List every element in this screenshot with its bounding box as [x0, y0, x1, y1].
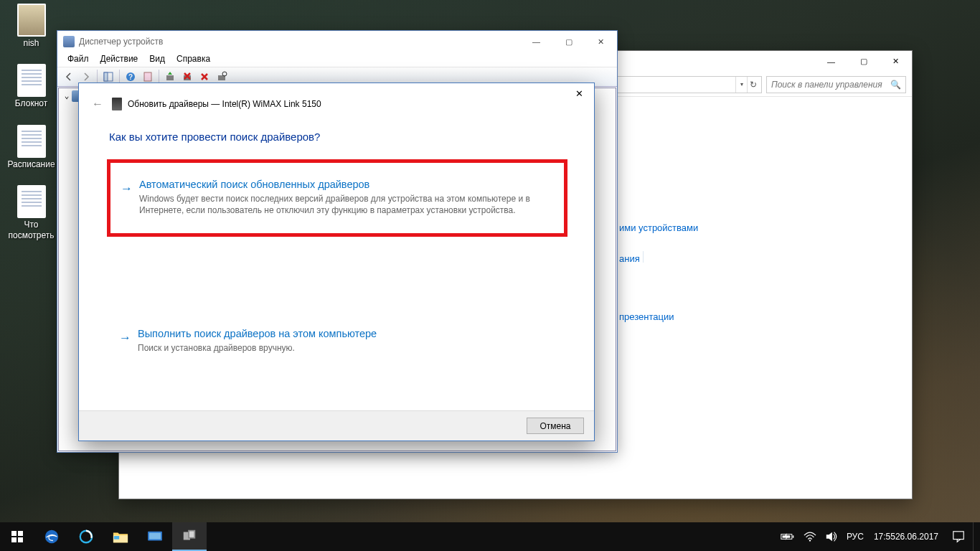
- dm-title: Диспетчер устройств: [79, 37, 163, 47]
- cp-link-presentation[interactable]: презентации: [619, 311, 674, 322]
- image-file-icon: [17, 4, 46, 37]
- device-manager-icon: [182, 528, 197, 544]
- desktop-icon-notepad[interactable]: Блокнот: [4, 64, 58, 108]
- folder-icon: [113, 529, 128, 544]
- device-icon: [112, 98, 122, 110]
- back-arrow-icon[interactable]: ←: [90, 98, 105, 110]
- taskbar: РУС 17:55 26.06.2017: [0, 522, 980, 551]
- desktop-icon-label: Что посмотреть: [4, 220, 58, 240]
- svg-rect-18: [149, 533, 161, 540]
- cp-link-power[interactable]: ания: [619, 253, 640, 264]
- tray-action-center[interactable]: [944, 522, 973, 551]
- option-description: Windows будет вести поиск последних верс…: [139, 193, 552, 216]
- cp-link-devices[interactable]: ими устройствами: [619, 222, 698, 233]
- svg-rect-26: [953, 532, 963, 540]
- svg-point-25: [809, 540, 811, 541]
- desktop-icon-label: nish: [4, 38, 58, 48]
- edge-icon: [44, 529, 60, 545]
- update-driver-wizard: ✕ ← Обновить драйверы — Intel(R) WiMAX L…: [78, 83, 595, 441]
- cancel-label: Отмена: [540, 421, 570, 431]
- close-button[interactable]: ✕: [880, 51, 912, 72]
- text-file-icon: [17, 185, 46, 218]
- wizard-header: ← Обновить драйверы — Intel(R) WiMAX Lin…: [79, 83, 594, 118]
- taskbar-explorer[interactable]: [103, 522, 138, 551]
- toolbar-separator: [97, 70, 98, 84]
- svg-rect-4: [144, 72, 151, 81]
- wizard-body: Как вы хотите провести поиск драйверов? …: [79, 118, 594, 375]
- address-dropdown-icon[interactable]: ▾: [735, 77, 747, 93]
- dm-menu-bar: Файл Действие Вид Справка: [57, 52, 617, 67]
- menu-help[interactable]: Справка: [171, 52, 216, 67]
- maximize-button[interactable]: ▢: [847, 51, 880, 72]
- language-label: РУС: [847, 532, 864, 542]
- system-tray: РУС 17:55 26.06.2017: [776, 522, 980, 551]
- option-browse-computer[interactable]: → Выполнить поиск драйверов на этом комп…: [109, 318, 565, 364]
- tray-clock[interactable]: 17:55 26.06.2017: [868, 522, 944, 551]
- taskbar-app-1[interactable]: [69, 522, 103, 551]
- wizard-question: Как вы хотите провести поиск драйверов?: [109, 131, 565, 143]
- windows-logo-icon: [11, 531, 23, 542]
- collapse-icon[interactable]: ⌄: [62, 91, 72, 100]
- svg-rect-10: [18, 531, 23, 536]
- tray-language[interactable]: РУС: [842, 522, 868, 551]
- maximize-button[interactable]: ▢: [552, 32, 585, 52]
- cp-search-input[interactable]: Поиск в панели управления 🔍: [766, 76, 906, 93]
- device-manager-icon: [63, 36, 75, 47]
- minimize-button[interactable]: —: [815, 51, 847, 72]
- desktop-icon-watchlist[interactable]: Что посмотреть: [4, 185, 58, 240]
- menu-view[interactable]: Вид: [143, 52, 171, 67]
- close-button[interactable]: ✕: [585, 32, 617, 52]
- svg-rect-5: [166, 75, 174, 80]
- toolbar-separator: [119, 70, 120, 84]
- dm-titlebar[interactable]: Диспетчер устройств — ▢ ✕: [57, 31, 617, 52]
- wizard-title: Обновить драйверы — Intel(R) WiMAX Link …: [128, 99, 321, 109]
- app-icon: [78, 529, 94, 545]
- taskbar-control-panel[interactable]: [138, 522, 172, 551]
- clock-date: 26.06.2017: [895, 532, 938, 542]
- text-file-icon: [17, 125, 46, 158]
- desktop-icons: nish Блокнот Расписание Что посмотреть: [4, 4, 58, 256]
- tray-battery-icon[interactable]: [776, 522, 799, 551]
- desktop-icon-label: Расписание: [4, 159, 58, 169]
- option-title: Автоматический поиск обновленных драйвер…: [139, 179, 552, 190]
- search-icon: 🔍: [890, 80, 901, 90]
- back-button[interactable]: [61, 69, 77, 85]
- control-panel-icon: [147, 530, 163, 543]
- search-placeholder: Поиск в панели управления: [771, 80, 882, 90]
- desktop-icon-label: Блокнот: [4, 98, 58, 108]
- cancel-button[interactable]: Отмена: [527, 418, 584, 434]
- option-auto-search[interactable]: → Автоматический поиск обновленных драйв…: [110, 163, 564, 233]
- svg-rect-1: [104, 72, 108, 81]
- start-button[interactable]: [0, 522, 34, 551]
- show-desktop-button[interactable]: [973, 522, 977, 551]
- desktop-icon-schedule[interactable]: Расписание: [4, 125, 58, 169]
- taskbar-edge[interactable]: [34, 522, 69, 551]
- minimize-button[interactable]: —: [520, 32, 552, 52]
- tray-volume-icon[interactable]: [821, 522, 842, 551]
- svg-rect-23: [793, 535, 794, 537]
- svg-rect-21: [189, 532, 194, 537]
- desktop-icon-nish[interactable]: nish: [4, 4, 58, 48]
- option-description: Поиск и установка драйверов вручную.: [138, 342, 554, 354]
- option-title: Выполнить поиск драйверов на этом компью…: [138, 328, 554, 339]
- menu-file[interactable]: Файл: [62, 52, 95, 67]
- svg-rect-11: [11, 537, 17, 542]
- wizard-footer: Отмена: [79, 410, 594, 441]
- refresh-icon[interactable]: ↻: [747, 77, 758, 93]
- arrow-right-icon: →: [121, 182, 133, 196]
- menu-action[interactable]: Действие: [95, 52, 144, 67]
- svg-rect-16: [114, 536, 119, 540]
- text-file-icon: [17, 64, 46, 97]
- separator: [643, 251, 644, 263]
- toolbar-separator: [159, 70, 159, 84]
- clock-time: 17:55: [874, 532, 895, 542]
- svg-rect-12: [18, 537, 23, 542]
- arrow-right-icon: →: [119, 331, 131, 345]
- svg-text:?: ?: [128, 73, 133, 81]
- taskbar-device-manager[interactable]: [172, 522, 207, 551]
- tray-wifi-icon[interactable]: [799, 522, 821, 551]
- svg-rect-9: [11, 531, 17, 536]
- close-button[interactable]: ✕: [564, 83, 594, 103]
